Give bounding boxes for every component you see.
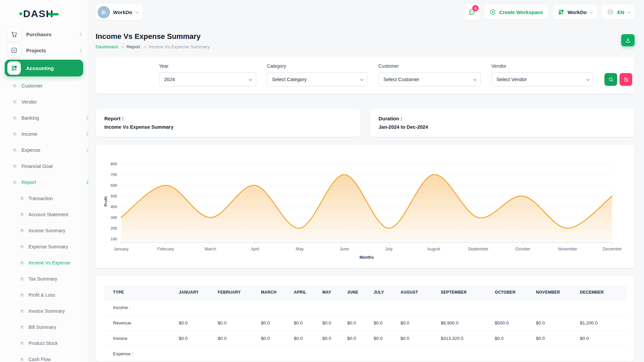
category-select[interactable]: Select Category [267, 72, 368, 86]
value-cell: $0.0 [374, 331, 400, 346]
svg-text:100: 100 [111, 237, 117, 241]
sidebar-item-income[interactable]: Income [0, 126, 88, 142]
sidebar-item-label: Income Summary [29, 228, 65, 233]
svg-text:November: November [558, 247, 577, 251]
sidebar-item-expense[interactable]: Expense [0, 142, 88, 158]
value-cell: $0.0 [536, 315, 580, 331]
grid-plus-icon [7, 61, 21, 75]
sidebar-item-cash-flow[interactable]: Cash Flow [0, 351, 88, 362]
sidebar-item-label: Profit & Loss [29, 292, 55, 298]
chevron-right-icon [78, 33, 82, 36]
search-button[interactable] [604, 73, 617, 86]
sidebar-item-label: Income Vs Expense [29, 260, 70, 265]
reset-filter-button[interactable] [620, 73, 632, 86]
sidebar-item-transaction[interactable]: Transaction [0, 190, 88, 206]
value-cell: $0.0 [218, 331, 261, 346]
table-section-row: Income : [104, 300, 627, 315]
language-selector[interactable]: EN [602, 5, 635, 19]
sidebar-item-bill-summary[interactable]: Bill Summary [0, 319, 88, 335]
chevron-right-icon [85, 132, 89, 136]
chart-xlabel: Months [360, 255, 374, 260]
value-cell: $0.0 [218, 315, 261, 331]
sidebar-item-label: Invoice Summary [29, 308, 65, 314]
download-button[interactable] [621, 34, 635, 46]
svg-text:August: August [427, 247, 440, 251]
value-cell: $0.0 [495, 331, 536, 346]
sidebar-item-profit-loss[interactable]: Profit & Loss [0, 287, 88, 303]
grid-plus-icon [558, 9, 565, 15]
table-row-invoice: Invoice$0.0$0.0$0.0$0.0$0.0$0.0$0.0$0.0$… [104, 331, 627, 346]
sidebar-item-banking[interactable]: Banking [0, 110, 88, 126]
breadcrumb-dashboard[interactable]: Dashboard [96, 44, 118, 49]
year-select-value: 2024 [164, 77, 175, 82]
sidebar-item-income-vs-expense[interactable]: Income Vs Expense [0, 255, 88, 271]
value-cell: $0.0 [347, 315, 374, 331]
sidebar-item-label: Product Stock [29, 341, 58, 346]
workdo-menu-button[interactable]: WorkDo [553, 5, 597, 19]
duration-card-value: Jan-2024 to Dec-2024 [379, 124, 626, 130]
sidebar-item-invoice-summary[interactable]: Invoice Summary [0, 303, 88, 319]
bullet-icon [20, 196, 24, 201]
bullet-icon [20, 261, 24, 265]
value-cell: $0.0 [400, 331, 441, 346]
value-cell: $0.0 [347, 331, 374, 346]
workspace-name: WorkDo [113, 9, 132, 15]
sidebar-item-projects[interactable]: Projects [0, 42, 88, 58]
svg-text:December: December [602, 247, 622, 251]
svg-text:May: May [296, 247, 304, 251]
customer-select-value: Select Customer [383, 77, 419, 82]
svg-text:June: June [340, 247, 349, 251]
chevron-down-icon [586, 77, 590, 81]
column-header-september: SEPTEMBER [441, 285, 495, 300]
sidebar-item-product-stock[interactable]: Product Stock [0, 335, 88, 351]
sidebar-nav: PurchasesProjectsAccountingCustomerVendo… [0, 23, 88, 362]
sidebar-item-report[interactable]: Report [0, 174, 88, 190]
building-icon [101, 9, 107, 15]
chevron-right-icon [78, 49, 82, 52]
value-cell: $0.0 [536, 331, 580, 346]
customer-select[interactable]: Select Customer [378, 72, 481, 86]
sidebar-item-label: Purchases [26, 32, 52, 37]
sidebar-item-income-summary[interactable]: Income Summary [0, 223, 88, 239]
workspace-selector[interactable]: WorkDo [96, 4, 143, 20]
sidebar-item-accounting[interactable]: Accounting [5, 60, 83, 76]
app-logo[interactable]: DASH [0, 0, 88, 23]
svg-text:July: July [385, 247, 393, 251]
globe-icon [607, 8, 614, 16]
create-workspace-button[interactable]: Create Workspace [484, 5, 548, 19]
column-header-february: FEBRUARY [218, 285, 261, 300]
sidebar-item-vendor[interactable]: Vendor [0, 94, 88, 110]
column-header-january: JANUARY [179, 285, 218, 300]
sidebar-item-label: Accounting [26, 65, 54, 71]
sidebar-item-label: Projects [26, 48, 46, 53]
bullet-icon [20, 341, 24, 346]
svg-text:300: 300 [111, 216, 117, 220]
vendor-select[interactable]: Select Vendor [491, 72, 594, 86]
value-cell: $0.0 [179, 331, 218, 346]
messages-button[interactable]: 0 [464, 4, 480, 20]
sidebar-item-account-statement[interactable]: Account Statement [0, 206, 88, 223]
sidebar-item-purchases[interactable]: Purchases [0, 26, 88, 42]
value-cell: $0.0 [322, 315, 347, 331]
sidebar-item-label: Account Statement [29, 212, 68, 217]
bullet-icon [20, 277, 24, 281]
vendor-select-value: Select Vendor [496, 77, 527, 82]
bullet-icon [13, 148, 17, 153]
sidebar-item-label: Tax Summary [29, 276, 57, 282]
year-select[interactable]: 2024 [159, 72, 256, 86]
breadcrumb-report[interactable]: Report [126, 44, 140, 49]
section-label: Income : [104, 300, 627, 315]
sidebar-item-label: Transaction [29, 196, 53, 201]
sidebar-item-financial-goal[interactable]: Financial Goal [0, 158, 88, 174]
sidebar-item-tax-summary[interactable]: Tax Summary [0, 271, 88, 287]
bullet-icon [20, 293, 24, 297]
profit-area-chart: 100200300400500600700800 JanuaryFebruary… [102, 151, 628, 263]
column-header-may: MAY [322, 285, 347, 300]
sidebar-item-customer[interactable]: Customer [0, 78, 88, 94]
bullet-icon [20, 245, 24, 249]
sidebar-item-label: Report [21, 180, 36, 185]
column-header-type: TYPE [104, 285, 179, 300]
row-type-cell: Invoice [104, 331, 179, 346]
sidebar-item-expense-summary[interactable]: Expense Summary [0, 239, 88, 255]
chart-ylabel: Profit [104, 196, 108, 206]
